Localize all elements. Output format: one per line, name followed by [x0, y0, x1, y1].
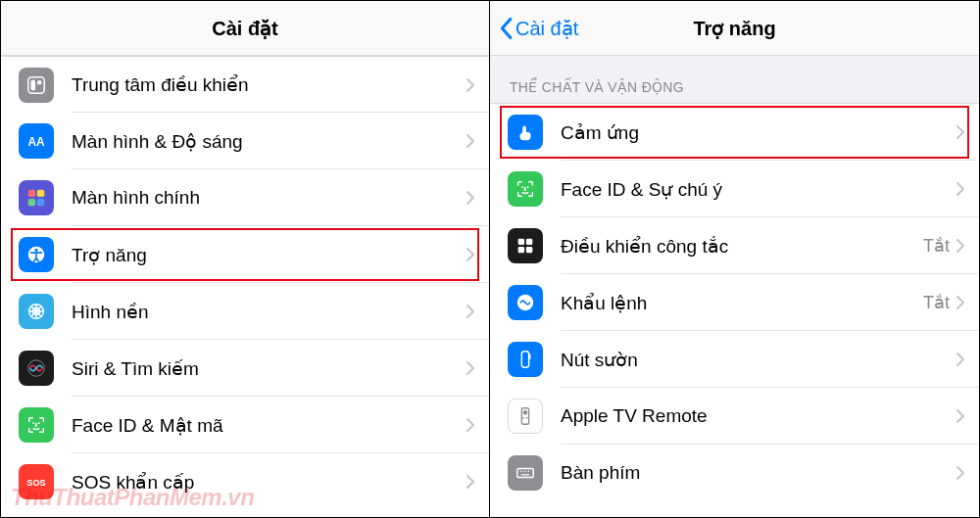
svg-rect-0: [28, 76, 45, 93]
svg-point-14: [38, 422, 40, 424]
svg-rect-1: [31, 79, 36, 90]
svg-rect-5: [37, 190, 44, 197]
svg-rect-19: [526, 239, 532, 245]
left-row-4[interactable]: Hình nền: [1, 283, 489, 340]
touch-icon: [508, 115, 543, 150]
home-screen-icon: [19, 180, 54, 215]
left-row-2[interactable]: Màn hình chính: [1, 169, 489, 226]
chevron-left-icon: [498, 17, 514, 40]
svg-point-13: [32, 422, 34, 424]
row-label: Face ID & Mật mã: [72, 414, 466, 437]
row-label: Màn hình chính: [72, 187, 466, 209]
left-row-7[interactable]: SOSSOS khẩn cấp: [1, 453, 489, 510]
accessibility-icon: [19, 237, 54, 272]
display-icon: AA: [19, 123, 54, 159]
svg-point-33: [528, 470, 529, 471]
chevron-right-icon: [956, 238, 965, 254]
svg-rect-6: [28, 199, 35, 206]
row-label: Điều khiển công tắc: [561, 235, 923, 258]
back-label: Cài đặt: [515, 17, 578, 40]
right-row-1[interactable]: Face ID & Sự chú ý: [490, 161, 979, 217]
right-header: Cài đặt Trợ năng: [490, 1, 979, 56]
row-label: SOS khẩn cấp: [72, 471, 466, 494]
sos-icon: SOS: [19, 464, 54, 499]
chevron-right-icon: [466, 133, 475, 149]
svg-text:SOS: SOS: [26, 478, 45, 488]
svg-point-30: [520, 470, 521, 471]
faceid-icon: [19, 407, 54, 443]
voice-control-icon: [508, 285, 543, 320]
chevron-right-icon: [956, 408, 965, 424]
row-label: Màn hình & Độ sáng: [72, 130, 466, 153]
row-value: Tắt: [923, 235, 950, 257]
faceid-icon: [508, 171, 543, 207]
siri-icon: [19, 351, 54, 386]
section-header: THỂ CHẤT VÀ VẬN ĐỘNG: [490, 56, 979, 104]
chevron-right-icon: [466, 247, 475, 262]
row-label: Face ID & Sự chú ý: [561, 178, 956, 201]
chevron-right-icon: [956, 295, 965, 310]
right-row-5[interactable]: Apple TV Remote: [490, 388, 979, 445]
row-label: Bàn phím: [561, 462, 956, 484]
row-label: Siri & Tìm kiếm: [72, 357, 466, 380]
left-header: Cài đặt: [1, 1, 489, 56]
switch-control-icon: [508, 228, 543, 263]
chevron-right-icon: [956, 181, 965, 197]
svg-point-32: [525, 470, 526, 471]
svg-point-27: [522, 417, 524, 419]
svg-rect-29: [517, 468, 534, 477]
svg-point-26: [523, 410, 528, 415]
settings-pane: Cài đặt Trung tâm điều khiểnAAMàn hình &…: [1, 1, 490, 517]
chevron-right-icon: [466, 77, 475, 93]
right-row-0[interactable]: Cảm ứng: [490, 104, 979, 161]
svg-point-9: [34, 249, 37, 252]
side-button-icon: [508, 342, 543, 377]
row-label: Nút sườn: [561, 349, 956, 371]
chevron-right-icon: [466, 190, 475, 206]
svg-point-2: [37, 79, 42, 84]
chevron-right-icon: [466, 304, 475, 319]
row-label: Hình nền: [72, 301, 466, 323]
chevron-right-icon: [956, 465, 965, 481]
svg-text:AA: AA: [27, 135, 45, 149]
chevron-right-icon: [956, 352, 965, 367]
right-row-4[interactable]: Nút sườn: [490, 331, 979, 388]
left-row-5[interactable]: Siri & Tìm kiếm: [1, 340, 489, 397]
row-label: Trợ năng: [72, 244, 466, 266]
chevron-right-icon: [466, 360, 475, 376]
svg-rect-7: [37, 199, 44, 206]
right-row-2[interactable]: Điều khiển công tắcTắt: [490, 217, 979, 274]
left-row-0[interactable]: Trung tâm điều khiển: [1, 56, 489, 113]
right-row-6[interactable]: Bàn phím: [490, 445, 979, 501]
control-center-icon: [19, 68, 54, 103]
row-label: Apple TV Remote: [561, 405, 956, 427]
chevron-right-icon: [466, 474, 475, 490]
accessibility-pane: Cài đặt Trợ năng THỂ CHẤT VÀ VẬN ĐỘNG Cả…: [490, 1, 979, 517]
left-title: Cài đặt: [1, 17, 489, 40]
svg-rect-21: [526, 247, 532, 253]
svg-point-28: [526, 417, 528, 419]
row-label: Trung tâm điều khiển: [72, 73, 466, 96]
keyboard-icon: [508, 455, 543, 491]
svg-point-31: [522, 470, 523, 471]
svg-rect-4: [28, 190, 35, 197]
left-row-3[interactable]: Trợ năng: [1, 226, 489, 283]
row-label: Cảm ứng: [561, 121, 956, 144]
left-row-6[interactable]: Face ID & Mật mã: [1, 397, 489, 453]
right-row-3[interactable]: Khẩu lệnhTắt: [490, 274, 979, 331]
svg-point-16: [521, 186, 523, 188]
svg-rect-20: [518, 247, 524, 253]
right-list: Cảm ứngFace ID & Sự chú ýĐiều khiển công…: [490, 104, 979, 501]
svg-rect-18: [518, 239, 524, 245]
left-list: Trung tâm điều khiểnAAMàn hình & Độ sáng…: [1, 56, 489, 510]
chevron-right-icon: [466, 417, 475, 433]
back-button[interactable]: Cài đặt: [490, 17, 578, 40]
chevron-right-icon: [956, 124, 965, 140]
svg-rect-23: [521, 352, 528, 368]
row-value: Tắt: [923, 292, 950, 313]
row-label: Khẩu lệnh: [561, 292, 923, 314]
wallpaper-icon: [19, 294, 54, 329]
left-row-1[interactable]: AAMàn hình & Độ sáng: [1, 113, 489, 169]
svg-point-17: [527, 186, 529, 188]
remote-icon: [508, 399, 543, 434]
